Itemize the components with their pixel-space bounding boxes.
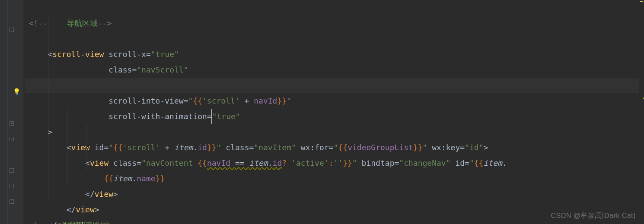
code-line[interactable]: <!-- 导航区域--> <box>25 0 644 16</box>
icon-gutter <box>8 0 23 224</box>
lightbulb-icon[interactable]: 💡 <box>13 88 20 95</box>
code-line[interactable]: <view id="{{'scroll' + item.id}}" class=… <box>25 109 644 124</box>
fold-end-icon[interactable] <box>10 168 14 173</box>
fold-end-icon[interactable] <box>10 199 14 204</box>
fold-end-icon[interactable] <box>10 184 14 188</box>
code-line[interactable]: <!-- 视频列表区域--> <box>25 202 644 218</box>
code-line[interactable]: <view class="navContent {{navId == item.… <box>25 124 644 140</box>
code-line[interactable]: </scroll-view> <box>25 186 644 202</box>
code-line[interactable]: {{item.name}} <box>25 140 644 155</box>
comment-text: 视频列表区域 <box>48 221 108 224</box>
minimap-warning-marker <box>640 1 643 2</box>
code-line-active[interactable]: scroll-with-animation="true" <box>25 78 644 93</box>
fold-region-icon[interactable] <box>10 28 14 32</box>
comment-open: <!-- <box>29 221 48 224</box>
comment-close: --> <box>108 221 123 224</box>
code-line[interactable]: > <box>25 93 644 109</box>
fold-region-icon[interactable] <box>10 121 14 126</box>
code-line[interactable]: <scroll-view scroll-x="true" <box>25 16 644 31</box>
fold-region-icon[interactable] <box>10 137 14 141</box>
code-editor[interactable]: 💡 <!-- 导航区域--> <scroll-view scroll-x="tr… <box>0 0 644 224</box>
code-line[interactable]: enable-flex="true" <box>25 47 644 62</box>
code-line[interactable]: </view> <box>25 155 644 171</box>
code-line[interactable]: class="navScroll" <box>25 31 644 47</box>
code-line[interactable]: scroll-into-view="{{'scroll' + navId}}" <box>25 62 644 78</box>
code-area[interactable]: <!-- 导航区域--> <scroll-view scroll-x="true… <box>25 0 644 224</box>
fold-gutter <box>0 0 8 224</box>
code-line[interactable]: </view> <box>25 171 644 186</box>
minimap-scrollbar[interactable] <box>639 0 644 224</box>
